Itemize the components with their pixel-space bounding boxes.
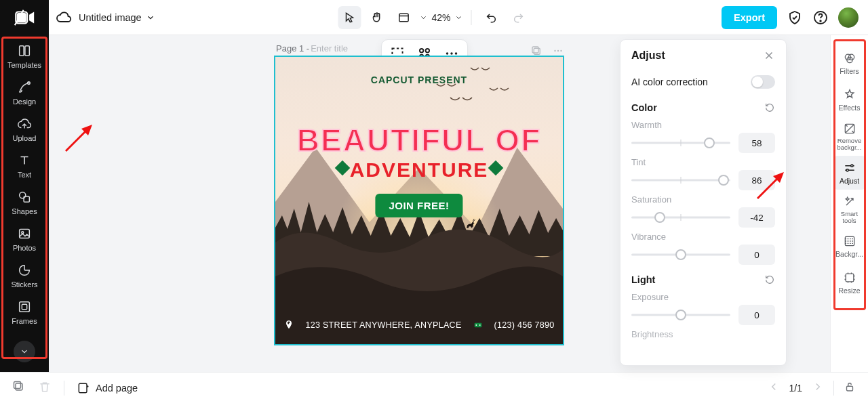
pages-overview-icon[interactable] [12, 380, 26, 396]
rail-label: Smart tools [833, 211, 866, 224]
rail-item-adjust[interactable]: Adjust [833, 156, 866, 190]
rail-item-filters[interactable]: Filters [833, 46, 866, 80]
help-icon[interactable] [812, 9, 829, 26]
sidebar-label: Frames [12, 317, 37, 325]
adjust-panel-title: Adjust [631, 49, 665, 62]
vibrance-slider[interactable] [631, 247, 730, 263]
left-sidebar: Templates Design Upload Text Shapes Phot… [0, 35, 49, 372]
slider-label: Warmth [631, 120, 775, 130]
vibrance-value[interactable]: 0 [738, 245, 775, 265]
saturation-value[interactable]: -42 [738, 207, 775, 228]
rail-item-remove-background[interactable]: Remove backgr... [833, 119, 866, 153]
rail-item-effects[interactable]: Effects [833, 83, 866, 116]
layers-lock-icon[interactable] [844, 381, 856, 395]
sidebar-label: Design [13, 98, 36, 106]
adjust-panel: Adjust AI color correction Color [620, 39, 787, 366]
svg-rect-14 [22, 304, 26, 309]
canvas-cta-button[interactable]: JOIN FREE! [375, 194, 462, 217]
sidebar-label: Photos [13, 244, 36, 252]
page-number-label: Page 1 - [276, 43, 309, 54]
sidebar-item-text[interactable]: Text [4, 148, 45, 184]
canvas-size-button[interactable] [392, 6, 415, 29]
user-avatar[interactable] [838, 7, 859, 28]
canvas-address[interactable]: 123 STREET ANYWHERE, ANYPLACE [305, 320, 461, 330]
export-button[interactable]: Export [722, 6, 777, 29]
exposure-slider[interactable] [631, 307, 730, 323]
reset-icon[interactable] [764, 102, 775, 113]
cursor-tool-button[interactable] [338, 6, 361, 29]
sidebar-item-upload[interactable]: Upload [4, 111, 45, 148]
canvas[interactable]: CAPCUT PRESENT BEAUTIFUL OF ADVENTURE JO… [274, 56, 564, 345]
rail-item-background[interactable]: Backgr... [833, 229, 866, 263]
tint-slider[interactable] [631, 172, 730, 188]
sidebar-item-photos[interactable]: Photos [4, 221, 45, 257]
svg-rect-38 [846, 274, 854, 282]
svg-point-30 [479, 324, 480, 326]
sidebar-item-design[interactable]: Design [4, 75, 45, 111]
right-rail: Filters Effects Remove backgr... Adjust … [830, 35, 868, 372]
shield-icon[interactable] [787, 9, 803, 26]
zoom-level[interactable]: 42% [431, 12, 450, 23]
warmth-slider[interactable] [631, 135, 730, 151]
svg-point-17 [426, 49, 429, 52]
svg-point-29 [475, 324, 477, 326]
rail-label: Filters [840, 67, 859, 75]
warmth-value[interactable]: 58 [738, 133, 775, 153]
delete-page-icon [38, 380, 52, 396]
saturation-slider[interactable] [631, 209, 730, 226]
reset-icon[interactable] [764, 274, 775, 285]
light-section-title: Light [631, 274, 655, 285]
page-title-input[interactable]: Enter title [311, 43, 348, 54]
tint-value[interactable]: 86 [738, 170, 775, 190]
sidebar-label: Shapes [12, 207, 37, 215]
sidebar-item-templates[interactable]: Templates [4, 38, 45, 75]
svg-point-25 [554, 50, 555, 51]
app-logo[interactable] [0, 0, 49, 35]
deer-silhouette [464, 217, 477, 230]
sidebar-item-shapes[interactable]: Shapes [4, 184, 45, 221]
svg-rect-6 [20, 46, 24, 56]
sidebar-item-frames[interactable]: Frames [4, 294, 45, 331]
add-page-button[interactable]: Add page [77, 381, 138, 395]
ai-color-correction-toggle[interactable] [751, 75, 775, 89]
document-title[interactable]: Untitled image [79, 12, 142, 23]
birds [369, 64, 532, 111]
svg-point-5 [820, 20, 821, 22]
rail-label: Backgr... [835, 250, 863, 258]
svg-rect-23 [534, 48, 540, 54]
canvas-text-present[interactable]: CAPCUT PRESENT [275, 75, 563, 85]
svg-point-26 [557, 50, 559, 51]
undo-button[interactable] [480, 6, 503, 29]
slider-label: Vibrance [631, 232, 775, 242]
hand-tool-button[interactable] [365, 6, 388, 29]
chevron-down-icon[interactable] [146, 13, 155, 22]
rail-label: Adjust [840, 177, 859, 185]
add-page-label: Add page [96, 383, 138, 394]
cloud-sync-icon[interactable] [56, 9, 72, 26]
chevron-down-icon[interactable] [419, 14, 427, 22]
svg-point-20 [446, 52, 448, 54]
canvas-text-title2[interactable]: ADVENTURE [275, 158, 563, 182]
color-section-title: Color [631, 102, 657, 113]
exposure-value[interactable]: 0 [738, 305, 775, 325]
svg-point-21 [450, 52, 452, 54]
slider-label: Exposure [631, 292, 775, 302]
svg-rect-28 [474, 323, 481, 328]
svg-point-16 [420, 49, 423, 52]
rail-item-smart-tools[interactable]: Smart tools [833, 192, 866, 226]
close-icon[interactable] [763, 49, 775, 62]
redo-button [507, 6, 530, 29]
canvas-text-title1[interactable]: BEAUTIFUL OF [275, 122, 563, 158]
chevron-down-icon[interactable] [455, 14, 463, 22]
svg-rect-24 [532, 47, 538, 53]
rail-label: Remove backgr... [833, 137, 866, 151]
canvas-phone[interactable]: (123) 456 7890 [494, 320, 555, 330]
svg-rect-7 [25, 46, 29, 56]
svg-rect-39 [16, 383, 22, 390]
rail-item-resize[interactable]: Resize [833, 266, 866, 299]
sidebar-item-stickers[interactable]: Stickers [4, 257, 45, 294]
svg-rect-3 [399, 14, 408, 22]
sidebar-label: Templates [7, 61, 41, 69]
page-indicator: 1/1 [789, 383, 802, 394]
sidebar-more-button[interactable] [14, 341, 35, 362]
